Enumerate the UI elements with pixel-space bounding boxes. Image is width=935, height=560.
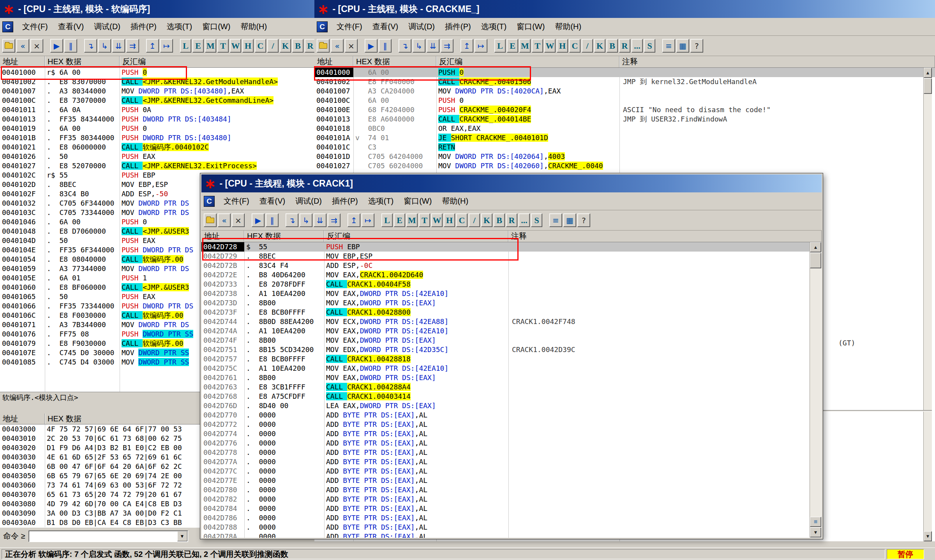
toolbar-button-H[interactable]: H <box>444 213 455 227</box>
cpu-window-icon[interactable]: C <box>317 21 328 32</box>
disasm-row[interactable]: 0042D75C. A1 10EA4200MOV EAX,DWORD PTR D… <box>201 364 822 373</box>
close-icon[interactable]: × <box>345 39 358 53</box>
toolbar-button-W[interactable]: W <box>431 213 443 227</box>
disasm-row[interactable]: 0042D770. 0000ADD BYTE PTR DS:[EAX],AL <box>201 410 822 420</box>
toolbar-button-R[interactable]: R <box>619 39 630 53</box>
disasm-row[interactable]: 0042D786. 0000ADD BYTE PTR DS:[EAX],AL <box>201 513 822 523</box>
toolbar-button-M[interactable]: M <box>205 39 216 53</box>
disasm-row[interactable]: 0040100E 68 F4204000PUSH CRACKME_.004020… <box>314 105 935 114</box>
grid-icon[interactable]: ▦ <box>563 213 576 227</box>
column-header-0[interactable]: 地址 <box>0 56 45 67</box>
toolbar-button-B[interactable]: B <box>494 213 505 227</box>
step-into-icon[interactable]: ↴ <box>84 39 97 53</box>
menu-item[interactable]: 调试(D) <box>403 19 440 34</box>
toolbar-button-/[interactable]: / <box>469 213 480 227</box>
toolbar-button-T[interactable]: T <box>419 213 430 227</box>
close-icon[interactable]: × <box>30 39 43 53</box>
disassembly-pane[interactable]: 0042D728$ 55PUSH EBP0042D729. 8BECMOV EB… <box>201 242 822 538</box>
dropdown-arrow-icon[interactable]: ▼ <box>177 531 187 541</box>
menu-item[interactable]: 选项(T) <box>363 194 399 208</box>
exec-return-icon[interactable]: ↥ <box>460 39 473 53</box>
disasm-row[interactable]: 0042D73D. 8B00MOV EAX,DWORD PTR DS:[EAX] <box>201 298 822 308</box>
help-icon[interactable]: ? <box>690 39 703 53</box>
disasm-row[interactable]: 0042D757. E8 BCB0FFFFCALL CRACK1.0042881… <box>201 354 822 364</box>
disasm-row[interactable]: 00401018 0BC0OR EAX,EAX <box>314 124 935 133</box>
column-header-3[interactable]: 注释 <box>619 56 935 67</box>
step-over-icon[interactable]: ↳ <box>98 39 111 53</box>
menu-item[interactable]: 选项(T) <box>162 19 198 34</box>
disasm-row[interactable]: 0042D788. 0000ADD BYTE PTR DS:[EAX],AL <box>201 523 822 532</box>
open-file-icon[interactable] <box>317 39 330 53</box>
toolbar-button-C[interactable]: C <box>255 39 266 53</box>
disasm-row[interactable]: 0040101D C705 64204000MOV DWORD PTR DS:[… <box>314 152 935 161</box>
open-file-icon[interactable] <box>204 213 217 227</box>
disasm-row[interactable]: 0042D744. 8B0D 88EA4200MOV ECX,DWORD PTR… <box>201 317 822 326</box>
list-icon[interactable]: ≡ <box>662 39 675 53</box>
toolbar-button-more[interactable]: ... <box>519 213 530 227</box>
restart-icon[interactable]: « <box>16 39 29 53</box>
toolbar-button-B[interactable]: B <box>607 39 618 53</box>
list-icon[interactable]: ≡ <box>549 213 562 227</box>
toolbar-button-B[interactable]: B <box>292 39 303 53</box>
disasm-row[interactable]: 0042D768. E8 A75CFDFFCALL CRACK1.0040341… <box>201 392 822 401</box>
menu-item[interactable]: 窗口(W) <box>197 19 235 34</box>
cpu-window-icon[interactable]: C <box>2 21 13 32</box>
disasm-row[interactable]: 0042D733. E8 2078FDFFCALL CRACK1.00404F5… <box>201 280 822 289</box>
pause-icon[interactable]: ‖ <box>64 39 77 53</box>
disasm-row[interactable]: 0042D72E. B8 40D64200MOV EAX,CRACK1.0042… <box>201 270 822 280</box>
toolbar-button-/[interactable]: / <box>582 39 593 53</box>
animate-into-icon[interactable]: ⇊ <box>112 39 125 53</box>
toolbar-button-K[interactable]: K <box>280 39 291 53</box>
disasm-row[interactable]: 0042D782. 0000ADD BYTE PTR DS:[EAX],AL <box>201 495 822 504</box>
menu-item[interactable]: 帮助(H) <box>235 19 272 34</box>
toolbar-button-L[interactable]: L <box>180 39 191 53</box>
menu-item[interactable]: 插件(P) <box>125 19 162 34</box>
restart-icon[interactable]: « <box>218 213 231 227</box>
disasm-row[interactable]: 0042D774. 0000ADD BYTE PTR DS:[EAX],AL <box>201 429 822 438</box>
command-input[interactable]: ▼ <box>28 530 188 542</box>
run-icon[interactable]: ▶ <box>252 213 265 227</box>
disasm-row[interactable]: 0042D77E. 0000ADD BYTE PTR DS:[EAX],AL <box>201 476 822 485</box>
disasm-row[interactable]: 0042D763. E8 3CB1FFFFCALL CRACK1.004288A… <box>201 382 822 392</box>
run-icon[interactable]: ▶ <box>365 39 378 53</box>
pause-icon[interactable]: ‖ <box>379 39 392 53</box>
disasm-row[interactable]: 0042D74F. 8B00MOV EAX,DWORD PTR DS:[EAX] <box>201 336 822 345</box>
menu-item[interactable]: 窗口(W) <box>512 19 550 34</box>
close-icon[interactable]: × <box>232 213 245 227</box>
toolbar-button-S[interactable]: S <box>644 39 655 53</box>
step-over-icon[interactable]: ↳ <box>300 213 312 227</box>
vertical-scrollbar[interactable]: ▲ ▼ <box>923 68 932 541</box>
toolbar-button-L[interactable]: L <box>494 39 506 53</box>
disasm-row[interactable]: 0040101Av 74 01JE SHORT CRACKME_.0040101… <box>314 133 935 143</box>
toolbar-button-more[interactable]: ... <box>632 39 643 53</box>
disasm-row[interactable]: 0042D761. 8B00MOV EAX,DWORD PTR DS:[EAX] <box>201 373 822 382</box>
menu-item[interactable]: 查看(V) <box>367 19 404 34</box>
column-header-0[interactable]: 地址 <box>314 56 353 67</box>
restart-icon[interactable]: « <box>331 39 344 53</box>
toolbar-button-W[interactable]: W <box>544 39 556 53</box>
menu-item[interactable]: 帮助(H) <box>550 19 586 34</box>
column-header-3[interactable]: 注释 <box>508 231 822 242</box>
disasm-row[interactable]: 0040101C C3RETN <box>314 143 935 152</box>
exec-return-icon[interactable]: ↥ <box>348 213 360 227</box>
disasm-row[interactable]: 0042D74A. A1 10EA4200MOV EAX,DWORD PTR D… <box>201 326 822 336</box>
disasm-row[interactable]: 0042D780. 0000ADD BYTE PTR DS:[EAX],AL <box>201 485 822 495</box>
goto-user-icon[interactable]: ↦ <box>160 39 173 53</box>
scroll-up-icon[interactable]: ▲ <box>810 242 821 252</box>
disasm-row[interactable]: 0042D776. 0000ADD BYTE PTR DS:[EAX],AL <box>201 438 822 448</box>
animate-over-icon[interactable]: ⇉ <box>328 213 340 227</box>
vertical-scrollbar[interactable]: ▲ ≡ ▼ <box>810 242 821 537</box>
step-over-icon[interactable]: ↳ <box>413 39 425 53</box>
toolbar-button-E[interactable]: E <box>394 213 405 227</box>
column-header-2[interactable]: 反汇编 <box>436 56 619 67</box>
disasm-row[interactable]: 0042D751. 8B15 5CD34200MOV EDX,DWORD PTR… <box>201 345 822 354</box>
cpu-window-icon[interactable]: C <box>204 196 215 207</box>
toolbar-button-W[interactable]: W <box>230 39 241 53</box>
column-header-1[interactable]: HEX 数据 <box>353 56 436 67</box>
disasm-row[interactable]: 00401013 E8 A6040000CALL CRACKME_.004014… <box>314 114 935 124</box>
animate-into-icon[interactable]: ⇊ <box>314 213 326 227</box>
disasm-row[interactable]: 0042D77C. 0000ADD BYTE PTR DS:[EAX],AL <box>201 467 822 476</box>
toolbar-button-S[interactable]: S <box>531 213 542 227</box>
disasm-row[interactable]: 0042D73F. E8 BCB0FFFFCALL CRACK1.0042880… <box>201 308 822 317</box>
toolbar-button-C[interactable]: C <box>569 39 580 53</box>
